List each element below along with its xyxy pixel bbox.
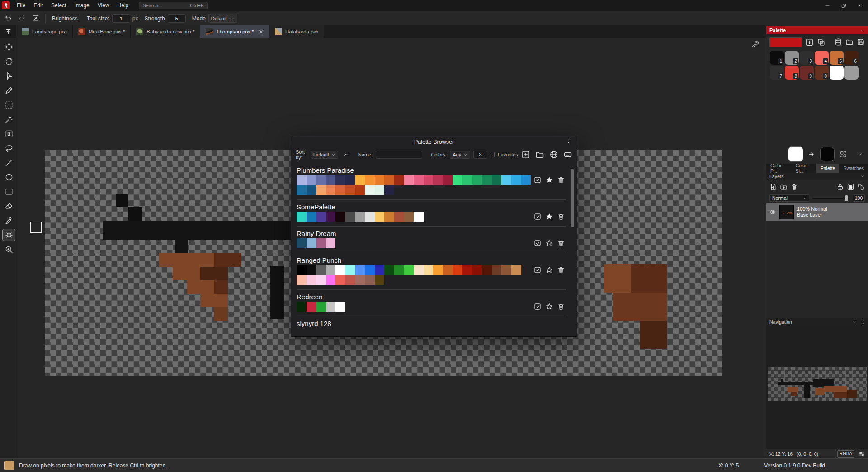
color-swatch[interactable] xyxy=(414,265,424,275)
color-swatch[interactable] xyxy=(375,175,385,185)
color-swatch[interactable] xyxy=(316,275,326,285)
color-swatch[interactable] xyxy=(365,275,375,285)
tab-halabarda[interactable]: Halabarda.pixi xyxy=(269,25,325,38)
palette-slot-swatch[interactable] xyxy=(844,66,859,80)
tool-line[interactable] xyxy=(2,156,15,169)
apply-palette-button[interactable] xyxy=(533,266,542,274)
favorite-palette-button[interactable] xyxy=(545,266,553,274)
browse-palettes-online-button[interactable] xyxy=(549,150,558,159)
menu-item-select[interactable]: Select xyxy=(47,0,70,11)
color-swatch[interactable] xyxy=(345,265,355,275)
dialog-scrollbar-thumb[interactable] xyxy=(571,169,574,227)
tab-close-button[interactable] xyxy=(259,29,264,34)
layer-visibility-toggle[interactable] xyxy=(769,208,776,216)
color-swatch[interactable] xyxy=(345,212,355,222)
panel-tab-color-pi-[interactable]: Color Pi... xyxy=(766,164,791,173)
dialog-titlebar[interactable]: Palette Browser xyxy=(291,136,577,148)
close-button[interactable] xyxy=(852,0,868,11)
tool-color-picker[interactable] xyxy=(2,214,15,227)
tool-magic-wand[interactable] xyxy=(2,113,15,125)
color-swatch[interactable] xyxy=(394,212,404,222)
save-palette-button[interactable] xyxy=(857,38,865,46)
color-swatch[interactable] xyxy=(384,185,394,195)
strength-input[interactable]: 5 xyxy=(168,14,186,23)
palette-slot-swatch[interactable]: 2 xyxy=(785,51,799,65)
color-swatch[interactable] xyxy=(501,175,511,185)
color-swatch[interactable] xyxy=(326,302,336,312)
color-swatch[interactable] xyxy=(307,275,316,285)
opacity-value[interactable]: 100 xyxy=(853,194,865,202)
new-folder-button[interactable] xyxy=(780,183,788,191)
rgba-mode-button[interactable]: RGBA xyxy=(837,450,854,458)
color-swatch[interactable] xyxy=(307,302,316,312)
color-swatch[interactable] xyxy=(453,175,463,185)
panel-tab-color-sl-[interactable]: Color Sl... xyxy=(791,164,816,173)
color-swatch[interactable] xyxy=(355,265,365,275)
color-swatch[interactable] xyxy=(297,275,307,285)
redo-button[interactable] xyxy=(16,13,27,24)
layers-panel-header[interactable]: Layers xyxy=(766,173,868,180)
tab-landscape[interactable]: Landscape.pixi xyxy=(16,25,73,38)
color-options-button[interactable] xyxy=(857,151,863,157)
favorite-palette-button[interactable] xyxy=(545,176,553,184)
opacity-slider[interactable] xyxy=(812,195,849,201)
edit-reference-button[interactable] xyxy=(30,13,41,24)
color-count-input[interactable]: 8 xyxy=(473,151,487,159)
color-swatch[interactable] xyxy=(472,175,482,185)
panel-tab-palette[interactable]: Palette xyxy=(816,164,840,173)
color-swatch[interactable] xyxy=(365,212,375,222)
color-swatch[interactable] xyxy=(433,265,443,275)
open-palette-button[interactable] xyxy=(845,38,854,46)
color-swatch[interactable] xyxy=(307,175,316,185)
color-swatch[interactable] xyxy=(492,175,502,185)
color-swatch[interactable] xyxy=(355,212,365,222)
color-swatch[interactable] xyxy=(375,275,385,285)
color-swatch[interactable] xyxy=(335,302,345,312)
navigation-panel-header[interactable]: Navigation xyxy=(766,318,868,326)
navigation-preview[interactable] xyxy=(768,367,867,401)
menu-item-help[interactable]: Help xyxy=(113,0,133,11)
import-palette-button[interactable] xyxy=(563,150,572,159)
apply-palette-button[interactable] xyxy=(533,212,542,221)
tab-thompson[interactable]: Thompson.pixi * xyxy=(200,25,269,38)
color-swatch[interactable] xyxy=(462,265,472,275)
color-swatch[interactable] xyxy=(307,265,316,275)
sort-direction-button[interactable] xyxy=(343,151,349,158)
tool-rect-select[interactable] xyxy=(2,99,15,111)
apply-palette-button[interactable] xyxy=(533,176,542,184)
color-swatch[interactable] xyxy=(335,212,345,222)
foreground-color-swatch[interactable] xyxy=(788,146,803,162)
tab-babyyoda[interactable]: Baby yoda new.pixi * xyxy=(131,25,200,38)
color-swatch[interactable] xyxy=(316,265,326,275)
palette-slot-swatch[interactable]: 8 xyxy=(785,66,799,80)
color-swatch[interactable] xyxy=(335,275,345,285)
color-swatch[interactable] xyxy=(326,185,336,195)
tool-eraser[interactable] xyxy=(2,200,15,212)
search-input[interactable]: Search... Ctrl+K xyxy=(139,2,208,9)
tool-size-input[interactable]: 1 xyxy=(112,14,130,23)
color-swatch[interactable] xyxy=(326,175,336,185)
color-swatch[interactable] xyxy=(316,302,326,312)
color-swatch[interactable] xyxy=(384,175,394,185)
color-swatch[interactable] xyxy=(394,265,404,275)
layer-mask-button[interactable] xyxy=(847,183,854,191)
palette-slot-swatch[interactable]: 0 xyxy=(815,66,829,80)
color-swatch[interactable] xyxy=(375,212,385,222)
tool-move[interactable] xyxy=(2,41,15,53)
name-filter-input[interactable] xyxy=(376,151,422,159)
undo-button[interactable] xyxy=(3,13,14,24)
color-swatch[interactable] xyxy=(355,175,365,185)
delete-palette-button[interactable] xyxy=(557,176,565,184)
favorite-palette-button[interactable] xyxy=(545,212,553,221)
palette-slot-empty[interactable]: 7 xyxy=(770,66,784,80)
color-swatch[interactable] xyxy=(326,275,336,285)
favorite-palette-button[interactable] xyxy=(545,239,553,247)
color-swatch[interactable] xyxy=(297,302,307,312)
color-swatch[interactable] xyxy=(307,238,316,248)
dialog-close-button[interactable] xyxy=(567,138,573,144)
color-swatch[interactable] xyxy=(453,265,463,275)
menu-item-edit[interactable]: Edit xyxy=(29,0,47,11)
palette-library-button[interactable] xyxy=(834,38,842,46)
palette-slot-swatch[interactable]: 9 xyxy=(800,66,814,80)
color-swatch[interactable] xyxy=(316,175,326,185)
